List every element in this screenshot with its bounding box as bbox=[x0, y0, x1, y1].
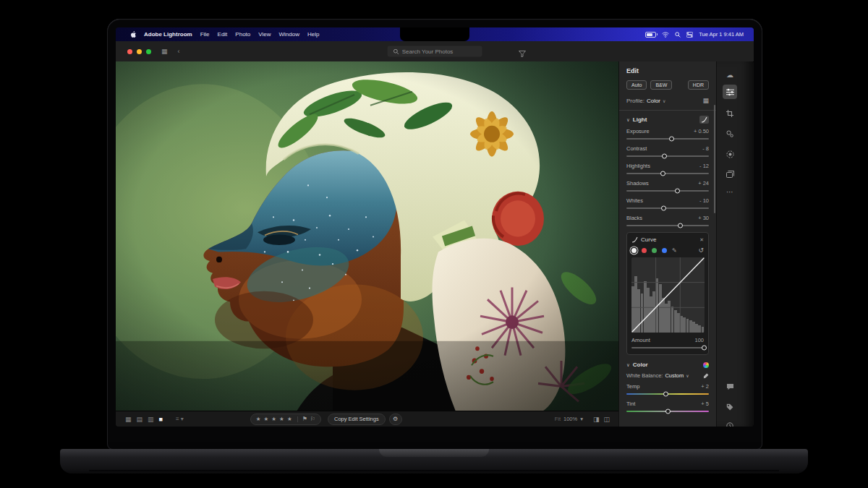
panel-scrollbar[interactable] bbox=[714, 105, 715, 213]
settings-gear-button[interactable]: ⚙ bbox=[389, 414, 402, 425]
healing-tool-icon[interactable] bbox=[723, 127, 737, 141]
profile-label: Profile: bbox=[626, 98, 644, 104]
white-balance-row[interactable]: White Balance: Custom ∨ bbox=[626, 372, 709, 379]
blacks-slider[interactable]: Blacks+ 30 bbox=[626, 215, 709, 226]
tint-slider[interactable]: Tint+ 5 bbox=[626, 401, 709, 412]
highlights-slider[interactable]: Highlights- 12 bbox=[626, 163, 709, 174]
presets-icon[interactable] bbox=[723, 167, 737, 181]
keywords-tag-icon[interactable] bbox=[723, 400, 737, 414]
hdr-button[interactable]: HDR bbox=[688, 80, 709, 90]
photo-canvas[interactable] bbox=[116, 61, 618, 411]
rating-flag-group: ★ ★ ★ ★ ★ ⚑ ⚐ bbox=[250, 414, 321, 425]
curve-reset-icon[interactable]: ↺ bbox=[698, 247, 704, 254]
before-after-icon[interactable]: ◨ bbox=[593, 416, 600, 423]
tone-curve-plot[interactable] bbox=[631, 257, 705, 333]
star-rating[interactable]: ★ ★ ★ ★ ★ bbox=[256, 416, 293, 422]
curve-icon bbox=[701, 116, 707, 123]
battery-icon[interactable] bbox=[645, 32, 656, 38]
auto-button[interactable]: Auto bbox=[626, 80, 647, 90]
curve-channel-all[interactable] bbox=[631, 248, 637, 253]
panel-toggle-icon[interactable]: ◫ bbox=[603, 416, 610, 423]
browse-profiles-icon[interactable]: ▦ bbox=[702, 97, 709, 104]
portrait-photo bbox=[116, 61, 618, 411]
highlights-thumb[interactable] bbox=[660, 171, 665, 176]
menu-help[interactable]: Help bbox=[307, 31, 319, 38]
pick-flag-icon[interactable]: ⚑ bbox=[302, 416, 307, 422]
wifi-icon[interactable] bbox=[662, 32, 669, 38]
temp-thumb[interactable] bbox=[663, 392, 668, 397]
curve-amount-slider[interactable]: Amount100 bbox=[631, 337, 704, 348]
curve-amount-thumb[interactable] bbox=[702, 346, 707, 351]
view-grid-button[interactable]: ▦ bbox=[125, 416, 132, 423]
crop-tool-icon[interactable] bbox=[723, 106, 737, 121]
color-wheel-icon[interactable] bbox=[703, 362, 709, 368]
edit-panel: Edit Auto B&W HDR Profile: Color ∨ ▦ bbox=[618, 61, 716, 427]
masking-tool-icon[interactable] bbox=[723, 147, 737, 161]
sort-icon: ≡ bbox=[176, 416, 179, 422]
spotlight-search-icon[interactable] bbox=[675, 32, 681, 38]
photo-column: ▦ ▤ ▥ ■ ≡ ▾ ★ ★ ★ ★ ★ bbox=[116, 61, 618, 427]
exposure-thumb[interactable] bbox=[669, 137, 674, 142]
reject-flag-icon[interactable]: ⚐ bbox=[310, 416, 315, 422]
curve-channel-green[interactable] bbox=[652, 248, 657, 253]
view-square-grid-button[interactable]: ▤ bbox=[137, 416, 143, 423]
curve-close-icon[interactable]: ✕ bbox=[699, 237, 704, 243]
lid-scoop bbox=[379, 449, 489, 457]
menu-window[interactable]: Window bbox=[278, 31, 299, 38]
wb-eyedropper-icon[interactable] bbox=[703, 373, 709, 379]
blacks-thumb[interactable] bbox=[678, 223, 683, 228]
apple-logo-icon[interactable] bbox=[130, 31, 136, 38]
tint-thumb[interactable] bbox=[665, 409, 671, 414]
sort-control[interactable]: ≡ ▾ bbox=[176, 416, 184, 422]
profile-chevron-icon: ∨ bbox=[663, 98, 665, 103]
lightroom-toolbar: ▦ ‹ Search Your Photos bbox=[116, 41, 754, 62]
zoom-window-button[interactable] bbox=[146, 49, 151, 54]
curve-grid-and-line bbox=[631, 257, 705, 333]
zoom-fit-label[interactable]: Fit bbox=[555, 416, 561, 422]
bw-button[interactable]: B&W bbox=[650, 80, 672, 90]
menu-view[interactable]: View bbox=[258, 31, 271, 38]
curve-icon bbox=[631, 236, 638, 243]
menu-photo[interactable]: Photo bbox=[235, 31, 250, 38]
curve-channel-blue[interactable] bbox=[662, 248, 667, 253]
menu-file[interactable]: File bbox=[200, 31, 210, 38]
shadows-thumb[interactable] bbox=[675, 189, 680, 194]
light-section-header[interactable]: ∨ Light bbox=[626, 116, 709, 124]
macos-menu-bar: Adobe Lightroom File Edit Photo View Win… bbox=[116, 27, 754, 41]
menu-app-name[interactable]: Adobe Lightroom bbox=[144, 31, 192, 38]
back-arrow-icon[interactable]: ‹ bbox=[178, 48, 180, 55]
comments-icon[interactable] bbox=[723, 380, 737, 394]
view-detail-button[interactable]: ■ bbox=[159, 416, 163, 423]
activity-clock-icon[interactable] bbox=[723, 419, 737, 427]
color-section-header[interactable]: ∨ Color bbox=[626, 361, 709, 368]
menu-clock[interactable]: Tue Apr 1 9:41 AM bbox=[699, 31, 744, 38]
copy-edit-settings-button[interactable]: Copy Edit Settings bbox=[328, 414, 386, 425]
curve-panel-title: Curve bbox=[641, 236, 656, 243]
grid-view-icon[interactable]: ▦ bbox=[161, 48, 168, 55]
curve-draw-icon[interactable]: ✎ bbox=[672, 247, 677, 254]
temp-slider[interactable]: Temp+ 2 bbox=[626, 383, 709, 395]
profile-row[interactable]: Profile: Color ∨ ▦ bbox=[626, 97, 709, 104]
tool-rail: ☁ ⋯ bbox=[716, 61, 753, 427]
edit-tool-button[interactable] bbox=[723, 85, 737, 99]
close-window-button[interactable] bbox=[127, 49, 132, 54]
exposure-slider[interactable]: Exposure+ 0.50 bbox=[626, 128, 709, 140]
cloud-sync-icon[interactable]: ☁ bbox=[723, 67, 737, 82]
search-input[interactable]: Search Your Photos bbox=[388, 46, 482, 57]
curve-channel-red[interactable] bbox=[642, 248, 647, 253]
minimize-window-button[interactable] bbox=[137, 49, 142, 54]
control-center-icon[interactable] bbox=[686, 32, 693, 38]
color-chevron-icon: ∨ bbox=[626, 362, 630, 368]
tone-curve-button[interactable] bbox=[699, 116, 709, 124]
menu-edit[interactable]: Edit bbox=[218, 31, 228, 38]
whites-thumb[interactable] bbox=[661, 206, 666, 211]
whites-slider[interactable]: Whites- 10 bbox=[626, 197, 709, 209]
shadows-slider[interactable]: Shadows+ 24 bbox=[626, 180, 709, 192]
filter-funnel-icon[interactable] bbox=[519, 47, 526, 60]
more-tools-icon[interactable]: ⋯ bbox=[723, 184, 737, 199]
view-compare-button[interactable]: ▥ bbox=[148, 416, 154, 423]
color-section-title: Color bbox=[633, 361, 648, 368]
contrast-thumb[interactable] bbox=[662, 154, 667, 159]
contrast-slider[interactable]: Contrast- 8 bbox=[626, 145, 709, 157]
zoom-level[interactable]: 100% bbox=[563, 416, 577, 422]
